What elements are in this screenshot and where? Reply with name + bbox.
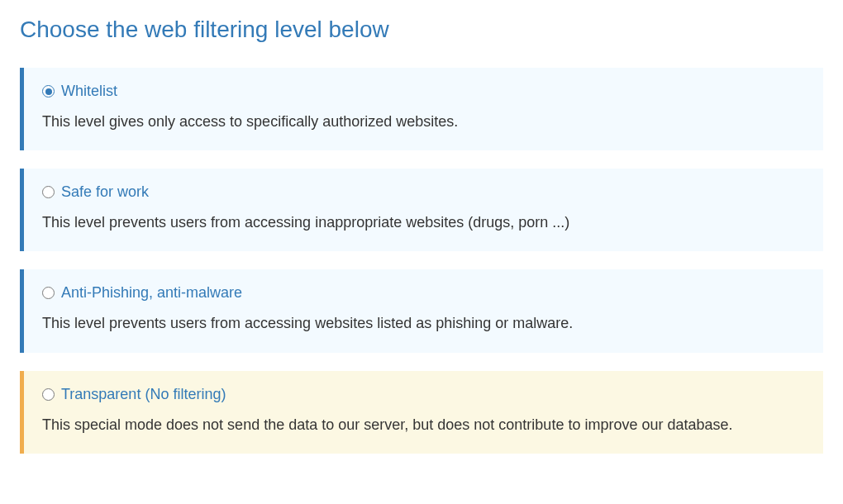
radio-icon[interactable] [42, 186, 55, 198]
option-safe-for-work-title: Safe for work [61, 183, 149, 201]
option-transparent-description: This special mode does not send the data… [42, 415, 805, 435]
filtering-options: Whitelist This level gives only access t… [20, 68, 823, 454]
option-safe-for-work-header[interactable]: Safe for work [42, 183, 805, 201]
option-safe-for-work[interactable]: Safe for work This level prevents users … [20, 169, 823, 251]
option-transparent-title: Transparent (No filtering) [61, 386, 226, 403]
radio-icon[interactable] [42, 85, 55, 97]
option-anti-phishing[interactable]: Anti-Phishing, anti-malware This level p… [20, 269, 823, 352]
radio-icon[interactable] [42, 287, 55, 299]
option-anti-phishing-title: Anti-Phishing, anti-malware [61, 284, 242, 302]
page-title: Choose the web filtering level below [20, 17, 823, 43]
radio-icon[interactable] [42, 388, 55, 401]
option-whitelist-description: This level gives only access to specific… [42, 112, 805, 132]
option-whitelist-title: Whitelist [61, 83, 117, 100]
option-transparent-header[interactable]: Transparent (No filtering) [42, 386, 805, 403]
option-anti-phishing-header[interactable]: Anti-Phishing, anti-malware [42, 284, 805, 302]
option-whitelist[interactable]: Whitelist This level gives only access t… [20, 68, 823, 150]
option-safe-for-work-description: This level prevents users from accessing… [42, 212, 805, 233]
option-anti-phishing-description: This level prevents users from accessing… [42, 313, 805, 334]
option-transparent[interactable]: Transparent (No filtering) This special … [20, 371, 823, 454]
option-whitelist-header[interactable]: Whitelist [42, 83, 805, 100]
